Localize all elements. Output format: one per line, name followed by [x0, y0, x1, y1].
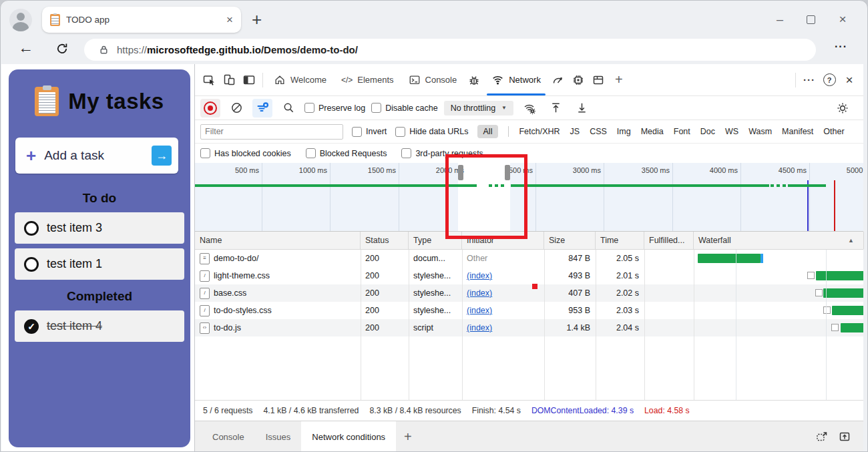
- reload-button[interactable]: [55, 42, 69, 55]
- task-checkbox[interactable]: ✓: [24, 319, 39, 334]
- filter-checkbox-blocked-requests[interactable]: Blocked Requests: [306, 148, 387, 158]
- filter-type-fetchxhr[interactable]: Fetch/XHR: [519, 127, 560, 136]
- initiator-link[interactable]: (index): [467, 284, 492, 302]
- tab-console[interactable]: Console: [401, 64, 465, 95]
- task-checkbox[interactable]: [24, 221, 39, 236]
- filter-type-js[interactable]: JS: [570, 127, 580, 136]
- home-icon: [274, 74, 286, 86]
- filter-type-css[interactable]: CSS: [590, 127, 607, 136]
- invert-checkbox[interactable]: Invert: [352, 127, 387, 137]
- expand-panel-button[interactable]: [838, 430, 851, 443]
- filter-type-img[interactable]: Img: [617, 127, 631, 136]
- import-har-button[interactable]: [546, 99, 566, 118]
- waterfall-queued-square: [823, 306, 831, 314]
- filter-type-font[interactable]: Font: [674, 127, 690, 136]
- drawer-tab-console[interactable]: Console: [202, 421, 255, 452]
- column-header-waterfall[interactable]: Waterfall▲: [694, 232, 864, 249]
- waterfall-queued-square: [815, 289, 823, 296]
- table-row[interactable]: /to-do-styles.css200styleshe...(index)95…: [195, 302, 863, 319]
- column-header-status[interactable]: Status: [361, 232, 409, 249]
- application-button[interactable]: [588, 71, 608, 89]
- devtools-help-button[interactable]: ?: [819, 71, 839, 89]
- search-button[interactable]: [278, 99, 298, 118]
- request-name: to-do.js: [214, 319, 241, 336]
- inspect-element-button[interactable]: [199, 71, 219, 89]
- browser-menu-button[interactable]: ···: [835, 41, 847, 53]
- hide-data-urls-checkbox[interactable]: Hide data URLs: [395, 127, 468, 137]
- network-settings-button[interactable]: [833, 99, 853, 118]
- window-maximize-button[interactable]: [801, 11, 821, 27]
- table-row[interactable]: /light-theme.css200styleshe...(index)493…: [195, 267, 863, 284]
- devtools-close-button[interactable]: ×: [839, 71, 859, 89]
- filter-input[interactable]: [200, 124, 343, 140]
- table-row[interactable]: ≡demo-to-do/200docum...Other847 B2.05 s: [195, 250, 863, 267]
- initiator-link[interactable]: (index): [467, 319, 492, 336]
- initiator-link[interactable]: (index): [467, 267, 492, 284]
- performance-button[interactable]: [548, 71, 568, 89]
- filter-type-wasm[interactable]: Wasm: [748, 127, 772, 136]
- device-toolbar-button[interactable]: [219, 71, 239, 89]
- invert-label: Invert: [366, 127, 387, 136]
- devtools-menu-button[interactable]: ···: [799, 71, 819, 89]
- filter-checkbox--rd-party-requests[interactable]: 3rd-party requests: [401, 148, 483, 158]
- column-header-size[interactable]: Size: [544, 232, 596, 249]
- task-item[interactable]: ✓test item 4: [15, 310, 184, 342]
- preserve-log-checkbox[interactable]: Preserve log: [304, 103, 365, 113]
- column-header-initiator[interactable]: Initiator: [462, 232, 544, 249]
- table-row[interactable]: /base.css200styleshe...(index)407 B2.02 …: [195, 284, 863, 302]
- add-panel-button[interactable]: +: [608, 72, 630, 87]
- filter-type-other[interactable]: Other: [823, 127, 844, 136]
- column-header-time[interactable]: Time: [596, 232, 644, 249]
- focus-mode-button[interactable]: [239, 71, 259, 89]
- drawer-tab-network-conditions[interactable]: Network conditions: [301, 421, 396, 452]
- filter-checkbox-has-blocked-cookies[interactable]: Has blocked cookies: [200, 148, 291, 158]
- new-tab-button[interactable]: +: [252, 9, 262, 30]
- drawer-add-tab-button[interactable]: +: [396, 429, 420, 445]
- table-row[interactable]: ‹›to-do.js200script(index)1.4 kB2.04 s: [195, 319, 863, 336]
- task-item[interactable]: test item 3: [15, 212, 184, 244]
- network-activity-line: [195, 184, 477, 187]
- clear-network-log-button[interactable]: [226, 99, 246, 118]
- throttling-dropdown[interactable]: No throttling ▼: [444, 101, 513, 116]
- waterfall-queued-square: [807, 272, 815, 279]
- memory-button[interactable]: [568, 71, 588, 89]
- timeline-selection-right-handle[interactable]: [505, 165, 510, 180]
- disable-cache-checkbox[interactable]: Disable cache: [371, 103, 438, 113]
- column-header-type[interactable]: Type: [409, 232, 462, 249]
- undock-drawer-button[interactable]: [815, 430, 829, 443]
- tab-elements[interactable]: </> Elements: [334, 64, 401, 95]
- tab-welcome[interactable]: Welcome: [266, 64, 334, 95]
- filter-type-doc[interactable]: Doc: [700, 127, 715, 136]
- timeline-overview[interactable]: 500 ms1000 ms1500 ms2000 ms2500 ms3000 m…: [195, 163, 863, 232]
- timeline-gridline: [535, 163, 536, 231]
- window-minimize-button[interactable]: –: [770, 11, 790, 27]
- tab-network[interactable]: Network: [484, 64, 548, 95]
- profile-avatar[interactable]: [9, 9, 32, 31]
- filter-type-all[interactable]: All: [477, 125, 499, 138]
- task-item[interactable]: test item 1: [15, 248, 184, 280]
- initiator-link[interactable]: (index): [467, 302, 492, 319]
- filter-type-ws[interactable]: WS: [725, 127, 738, 136]
- task-checkbox[interactable]: [24, 257, 39, 272]
- filter-type-media[interactable]: Media: [641, 127, 664, 136]
- add-task-submit-button[interactable]: →: [152, 146, 172, 166]
- column-header-name[interactable]: Name: [195, 232, 361, 249]
- size-cell: 847 B: [544, 250, 596, 267]
- tab-close-icon[interactable]: ×: [226, 14, 233, 25]
- network-activity-line: [511, 184, 769, 187]
- add-task-input[interactable]: + Add a task →: [15, 138, 178, 174]
- column-header-fulfilled[interactable]: Fulfilled...: [644, 232, 694, 249]
- back-button[interactable]: ←: [18, 39, 33, 57]
- filter-type-manifest[interactable]: Manifest: [782, 127, 813, 136]
- url-bar[interactable]: https://microsoftedge.github.io/Demos/de…: [84, 39, 816, 61]
- debug-bug-button[interactable]: [464, 71, 484, 89]
- network-activity-line: [788, 184, 826, 187]
- export-har-button[interactable]: [572, 99, 592, 118]
- record-network-log-button[interactable]: [200, 99, 220, 118]
- browser-tab[interactable]: TODO app ×: [42, 7, 241, 33]
- filter-toggle-button[interactable]: [252, 99, 272, 118]
- timeline-selection-left-handle[interactable]: [458, 165, 463, 180]
- network-conditions-button[interactable]: [519, 99, 539, 118]
- drawer-tab-issues[interactable]: Issues: [255, 421, 302, 452]
- window-close-button[interactable]: ×: [833, 11, 853, 27]
